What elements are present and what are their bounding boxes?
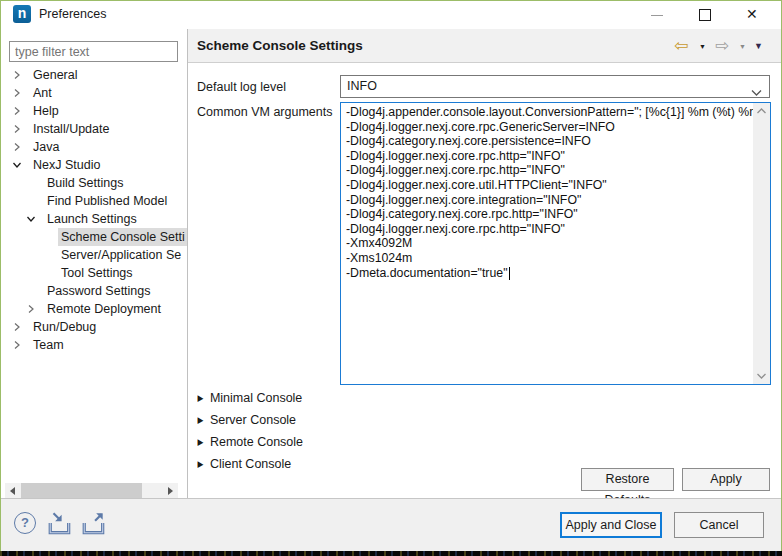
preferences-tree: GeneralAntHelpInstall/UpdateJavaNexJ Stu… [2, 66, 187, 354]
vm-argument-line: -Dlog4j.logger.nexj.core.rpc.GenericServ… [346, 120, 750, 135]
maximize-button[interactable] [689, 1, 721, 28]
minimize-icon [651, 15, 663, 16]
tree-item-general[interactable]: General [2, 66, 187, 84]
vm-argument-line: -Dlog4j.category.nexj.core.persistence=I… [346, 134, 750, 149]
collapsed-chevron-icon[interactable] [12, 142, 22, 152]
tree-item-install-update[interactable]: Install/Update [2, 120, 187, 138]
tree-item-build-settings[interactable]: Build Settings [2, 174, 187, 192]
chevron-down-icon [751, 83, 762, 104]
help-icon[interactable]: ? [14, 512, 36, 534]
section-minimal-console[interactable]: ▶Minimal Console [197, 389, 302, 407]
chevron-up-icon [757, 108, 766, 114]
scroll-up-button[interactable] [753, 103, 770, 119]
tree-item-label: Ant [30, 84, 55, 102]
tree-item-find-published-model[interactable]: Find Published Model [2, 192, 187, 210]
tree-item-label: Help [30, 102, 62, 120]
tree-horizontal-scrollbar[interactable] [5, 483, 178, 498]
log-level-select[interactable]: INFO [340, 75, 770, 98]
collapsed-chevron-icon[interactable] [12, 106, 22, 116]
close-button[interactable]: ✕ [737, 1, 769, 28]
tree-item-help[interactable]: Help [2, 102, 187, 120]
collapsed-chevron-icon[interactable] [12, 124, 22, 134]
footer-bar: ? Apply and Close Cancel [1, 499, 781, 551]
vm-argument-line: -Xmx4092M [346, 236, 750, 251]
section-server-console[interactable]: ▶Server Console [197, 411, 296, 429]
indent-spacer [40, 232, 50, 242]
tree-item-server-application-se[interactable]: Server/Application Se [2, 246, 187, 264]
tree-item-label: Build Settings [44, 174, 126, 192]
window-title: Preferences [39, 7, 106, 21]
collapsed-chevron-icon[interactable] [12, 340, 22, 350]
tree-item-label: Run/Debug [30, 318, 99, 336]
collapsed-twistie-icon: ▶ [198, 459, 204, 469]
tree-item-ant[interactable]: Ant [2, 84, 187, 102]
tree-item-label: Remote Deployment [44, 300, 164, 318]
vm-argument-line: -Dlog4j.category.nexj.core.rpc.http="INF… [346, 207, 750, 222]
expanded-chevron-icon[interactable] [26, 214, 36, 224]
cancel-button[interactable]: Cancel [674, 512, 764, 538]
section-client-console[interactable]: ▶Client Console [197, 455, 291, 473]
vm-argument-line: -Dlog4j.logger.nexj.core.util.HTTPClient… [346, 178, 750, 193]
vm-argument-line: -Dlog4j.logger.nexj.core.rpc.http="INFO" [346, 222, 750, 237]
tree-item-java[interactable]: Java [2, 138, 187, 156]
expanded-chevron-icon[interactable] [12, 160, 22, 170]
tree-item-label: Scheme Console Setti [58, 228, 187, 246]
forward-arrow-icon[interactable]: ⇨ [715, 36, 729, 56]
indent-spacer [40, 250, 50, 260]
sidebar: GeneralAntHelpInstall/UpdateJavaNexJ Stu… [2, 29, 187, 498]
close-icon: ✕ [746, 6, 758, 22]
import-icon[interactable] [47, 512, 73, 536]
section-label: Minimal Console [210, 391, 302, 405]
collapsed-chevron-icon[interactable] [12, 88, 22, 98]
minimize-button[interactable] [641, 1, 673, 28]
tree-item-run-debug[interactable]: Run/Debug [2, 318, 187, 336]
vm-arguments-textarea[interactable]: -Dlog4j.appender.console.layout.Conversi… [340, 102, 771, 385]
scroll-right-button[interactable] [162, 483, 178, 498]
collapsed-chevron-icon[interactable] [12, 70, 22, 80]
vm-argument-line: -Dlog4j.logger.nexj.core.rpc.http="INFO" [346, 163, 750, 178]
scroll-left-icon [10, 487, 15, 495]
vm-argument-line: -Dlog4j.logger.nexj.core.rpc.http="INFO" [346, 149, 750, 164]
tree-item-team[interactable]: Team [2, 336, 187, 354]
settings-panel: Scheme Console Settings ⇦ ▼ ⇨ ▼ ▼ Defaul… [188, 29, 781, 498]
forward-history-dropdown-icon[interactable]: ▼ [739, 43, 746, 50]
screen: n Preferences ✕ GeneralAntHelpInstall/Up… [0, 0, 782, 556]
indent-spacer [26, 196, 36, 206]
scroll-down-button[interactable] [753, 368, 770, 384]
indent-spacer [26, 178, 36, 188]
tree-item-password-settings[interactable]: Password Settings [2, 282, 187, 300]
section-label: Server Console [210, 413, 296, 427]
tree-item-launch-settings[interactable]: Launch Settings [2, 210, 187, 228]
section-label: Remote Console [210, 435, 303, 449]
text-caret [509, 267, 510, 280]
tree-item-label: Find Published Model [44, 192, 170, 210]
scroll-left-button[interactable] [5, 483, 21, 498]
vm-arguments-text: -Dlog4j.appender.console.layout.Conversi… [346, 105, 750, 280]
scrollbar-thumb[interactable] [21, 483, 142, 498]
vm-argument-line: -Dmeta.documentation="true" [346, 266, 750, 281]
tree-item-label: Team [30, 336, 67, 354]
chevron-down-icon [757, 373, 766, 379]
back-arrow-icon[interactable]: ⇦ [674, 36, 688, 56]
tree-item-remote-deployment[interactable]: Remote Deployment [2, 300, 187, 318]
indent-spacer [40, 268, 50, 278]
scroll-right-icon [168, 487, 173, 495]
collapsed-chevron-icon[interactable] [26, 304, 36, 314]
tree-item-nexj-studio[interactable]: NexJ Studio [2, 156, 187, 174]
back-history-dropdown-icon[interactable]: ▼ [699, 43, 706, 50]
tree-item-label: Install/Update [30, 120, 112, 138]
collapsed-twistie-icon: ▶ [198, 437, 204, 447]
vm-scrollbar[interactable] [753, 103, 770, 384]
tree-item-scheme-console-setti[interactable]: Scheme Console Setti [2, 228, 187, 246]
restore-defaults-button[interactable]: Restore Defaults [581, 468, 674, 491]
view-menu-icon[interactable]: ▼ [754, 41, 763, 51]
section-remote-console[interactable]: ▶Remote Console [197, 433, 303, 451]
vm-argument-line: -Dlog4j.logger.nexj.core.integration="IN… [346, 193, 750, 208]
filter-input[interactable] [9, 41, 178, 62]
export-icon[interactable] [81, 512, 107, 536]
apply-and-close-button[interactable]: Apply and Close [560, 512, 662, 538]
collapsed-chevron-icon[interactable] [12, 322, 22, 332]
tree-item-tool-settings[interactable]: Tool Settings [2, 264, 187, 282]
apply-button[interactable]: Apply [682, 468, 770, 491]
tree-item-label: Launch Settings [44, 210, 140, 228]
